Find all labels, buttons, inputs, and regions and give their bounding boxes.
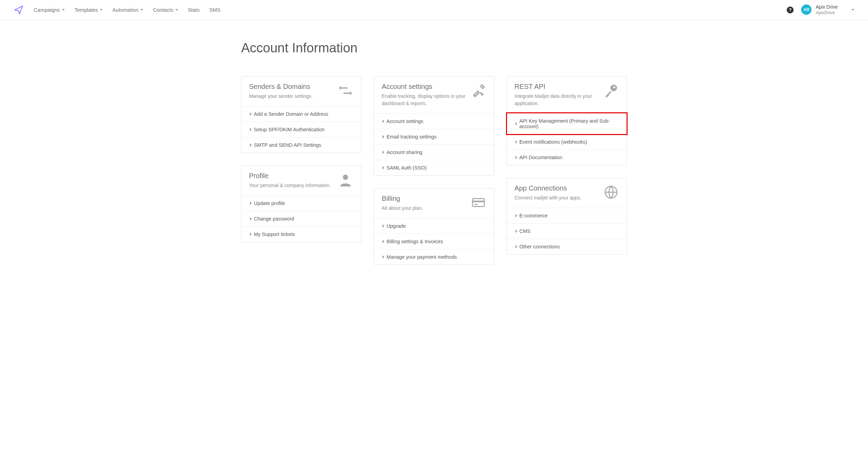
nav-campaigns[interactable]: Campaigns <box>34 7 65 13</box>
card-title: Account settings <box>382 83 465 91</box>
card-senders-domains: Senders & Domains Manage your sender set… <box>241 76 361 153</box>
page-content: Account Information Senders & Domains Ma… <box>234 20 634 292</box>
card-title: Profile <box>249 172 333 180</box>
main-nav: Campaigns Templates Automation Contacts … <box>34 7 220 13</box>
chevron-down-icon <box>851 9 854 11</box>
nav-sms[interactable]: SMS <box>209 7 221 13</box>
user-name: Apix Drive <box>816 4 838 10</box>
link-update-profile[interactable]: Update profile <box>241 195 361 211</box>
topbar: Campaigns Templates Automation Contacts … <box>0 0 868 20</box>
chevron-right-icon <box>381 135 384 138</box>
svg-point-5 <box>613 86 616 89</box>
link-event-webhooks[interactable]: Event notifications (webhooks) <box>507 134 627 150</box>
card-title: App Connections <box>515 184 598 192</box>
globe-icon <box>603 184 619 200</box>
svg-rect-1 <box>472 199 484 207</box>
chevron-right-icon <box>514 230 517 233</box>
card-account-settings: Account settings Enable tracking, displa… <box>374 76 494 176</box>
avatar: AD <box>801 4 812 15</box>
chevron-right-icon <box>249 202 251 205</box>
chevron-down-icon <box>175 9 178 11</box>
link-account-sharing[interactable]: Account sharing <box>374 144 494 160</box>
nav-templates[interactable]: Templates <box>74 7 103 13</box>
chevron-down-icon <box>100 9 103 11</box>
chevron-right-icon <box>514 122 517 125</box>
link-ecommerce[interactable]: E-commerce <box>507 208 627 223</box>
card-desc: Manage your sender settings. <box>249 93 333 100</box>
chevron-right-icon <box>514 245 517 248</box>
chevron-down-icon <box>62 9 65 11</box>
nav-contacts[interactable]: Contacts <box>153 7 178 13</box>
help-icon[interactable]: ? <box>787 7 794 13</box>
chevron-right-icon <box>249 217 251 220</box>
card-desc: All about your plan. <box>382 205 465 212</box>
chevron-right-icon <box>381 240 384 243</box>
svg-rect-2 <box>472 200 484 202</box>
nav-automation[interactable]: Automation <box>112 7 143 13</box>
link-billing-invoices[interactable]: Billing settings & Invoices <box>374 234 494 249</box>
chevron-right-icon <box>514 141 517 143</box>
logo[interactable] <box>14 5 23 15</box>
card-desc: Your personal & company information. <box>249 182 333 189</box>
link-saml-sso[interactable]: SAML Auth (SSO) <box>374 160 494 175</box>
chevron-right-icon <box>249 128 251 131</box>
link-email-tracking[interactable]: Email tracking settings <box>374 129 494 144</box>
card-app-connections: App Connections Connect mailjet with you… <box>507 178 627 255</box>
card-title: Billing <box>382 195 465 203</box>
link-api-documentation[interactable]: API Documentation <box>507 150 627 165</box>
chevron-right-icon <box>249 144 251 146</box>
card-desc: Connect mailjet with your apps. <box>515 194 598 202</box>
chevron-right-icon <box>514 156 517 159</box>
chevron-right-icon <box>381 151 384 154</box>
arrows-icon <box>338 83 353 99</box>
link-add-sender[interactable]: Add a Sender Domain or Address <box>241 106 361 122</box>
user-menu[interactable]: AD Apix Drive ApixDrive <box>801 4 854 15</box>
svg-rect-3 <box>474 204 478 205</box>
link-api-key-management[interactable]: API Key Management (Primary and Sub-acco… <box>506 112 628 135</box>
chevron-right-icon <box>514 214 517 217</box>
chevron-right-icon <box>381 256 384 258</box>
link-support-tickets[interactable]: My Support tickets <box>241 226 361 242</box>
card-profile: Profile Your personal & company informat… <box>241 165 361 242</box>
svg-point-0 <box>343 175 348 180</box>
card-desc: Integrate Mailjet data directly in your … <box>515 93 598 107</box>
link-cms[interactable]: CMS <box>507 223 627 239</box>
chevron-right-icon <box>249 113 251 115</box>
chevron-right-icon <box>381 120 384 123</box>
credit-card-icon <box>471 195 486 210</box>
link-upgrade[interactable]: Upgrade <box>374 218 494 234</box>
link-other-connections[interactable]: Other connections <box>507 239 627 254</box>
link-spf-dkim[interactable]: Setup SPF/DKIM Authentication <box>241 122 361 137</box>
chevron-down-icon <box>141 9 143 11</box>
card-rest-api: REST API Integrate Mailjet data directly… <box>507 76 627 165</box>
paper-plane-icon <box>14 5 23 15</box>
chevron-right-icon <box>249 233 251 236</box>
card-title: REST API <box>515 83 598 91</box>
card-title: Senders & Domains <box>249 83 333 91</box>
person-icon <box>338 172 353 188</box>
tools-icon <box>471 83 486 99</box>
key-icon <box>603 83 619 99</box>
chevron-right-icon <box>381 225 384 227</box>
chevron-right-icon <box>381 166 384 169</box>
link-change-password[interactable]: Change password <box>241 211 361 226</box>
card-billing: Billing All about your plan. Upgrade Bil… <box>374 188 494 265</box>
user-org: ApixDrive <box>816 10 838 16</box>
card-desc: Enable tracking, display options in your… <box>382 93 465 107</box>
link-smtp-api[interactable]: SMTP and SEND API Settings <box>241 137 361 153</box>
link-account-settings[interactable]: Account settings <box>374 113 494 129</box>
page-title: Account Information <box>241 41 627 55</box>
nav-stats[interactable]: Stats <box>188 7 199 13</box>
link-payment-methods[interactable]: Manage your payment methods <box>374 249 494 265</box>
